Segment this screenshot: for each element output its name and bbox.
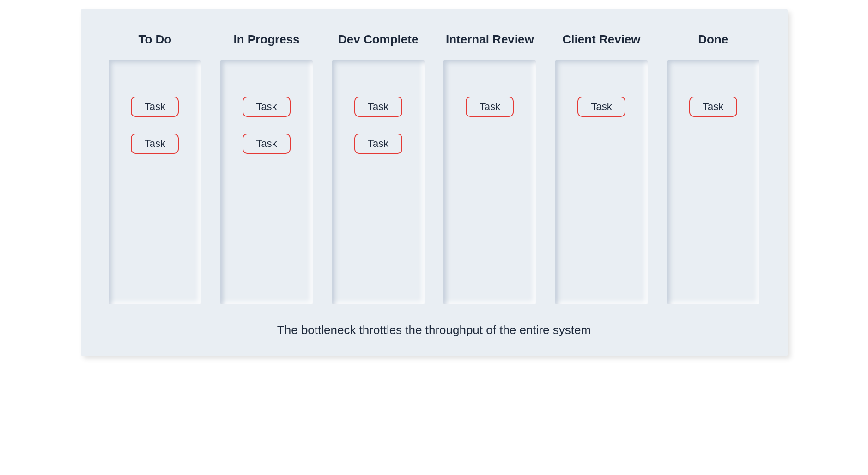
task-card[interactable]: Task bbox=[131, 97, 179, 117]
column-body[interactable]: Task bbox=[555, 60, 648, 304]
kanban-board: To Do Task Task In Progress Task Task De… bbox=[81, 9, 788, 356]
column-body[interactable]: Task Task bbox=[332, 60, 425, 304]
column-in-progress: In Progress Task Task bbox=[215, 32, 318, 304]
column-done: Done Task bbox=[662, 32, 765, 304]
column-internal-review: Internal Review Task bbox=[439, 32, 541, 304]
task-card[interactable]: Task bbox=[131, 134, 179, 154]
task-card[interactable]: Task bbox=[689, 97, 737, 117]
column-header: To Do bbox=[138, 32, 171, 47]
column-header: Internal Review bbox=[446, 32, 534, 47]
column-header: Dev Complete bbox=[338, 32, 418, 47]
column-todo: To Do Task Task bbox=[104, 32, 206, 304]
column-header: Client Review bbox=[562, 32, 640, 47]
task-card[interactable]: Task bbox=[354, 97, 402, 117]
column-body[interactable]: Task bbox=[443, 60, 536, 304]
column-body[interactable]: Task bbox=[667, 60, 759, 304]
task-card[interactable]: Task bbox=[243, 97, 291, 117]
columns-row: To Do Task Task In Progress Task Task De… bbox=[104, 32, 765, 304]
task-card[interactable]: Task bbox=[243, 134, 291, 154]
board-caption: The bottleneck throttles the throughput … bbox=[104, 323, 765, 337]
column-client-review: Client Review Task bbox=[550, 32, 653, 304]
task-card[interactable]: Task bbox=[354, 134, 402, 154]
column-dev-complete: Dev Complete Task Task bbox=[327, 32, 430, 304]
column-body[interactable]: Task Task bbox=[220, 60, 313, 304]
column-body[interactable]: Task Task bbox=[109, 60, 201, 304]
column-header: In Progress bbox=[233, 32, 299, 47]
task-card[interactable]: Task bbox=[577, 97, 625, 117]
task-card[interactable]: Task bbox=[466, 97, 514, 117]
column-header: Done bbox=[698, 32, 728, 47]
